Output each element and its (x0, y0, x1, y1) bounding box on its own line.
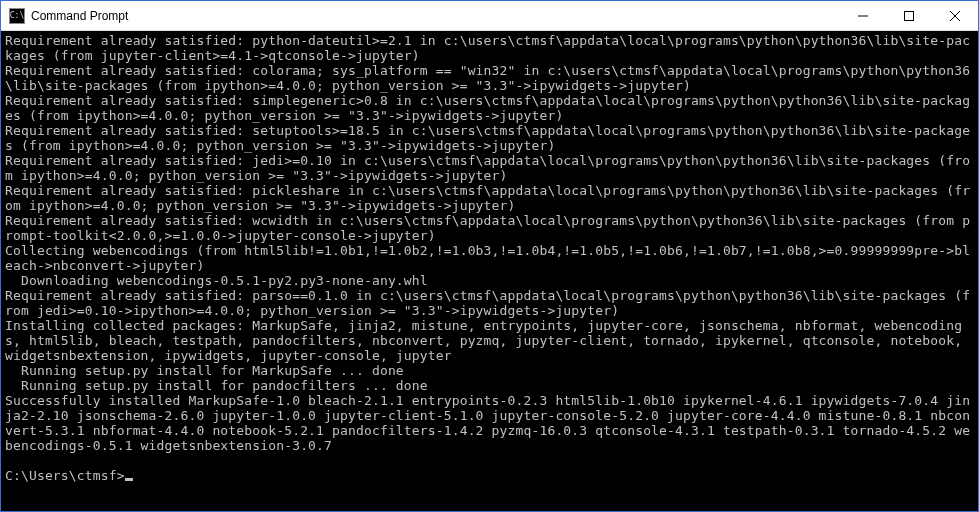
terminal-output: Requirement already satisfied: python-da… (5, 33, 970, 453)
minimize-button[interactable] (840, 1, 886, 30)
maximize-button[interactable] (886, 1, 932, 30)
terminal-viewport[interactable]: Requirement already satisfied: python-da… (1, 31, 978, 511)
window-titlebar[interactable]: C:\ Command Prompt (1, 1, 978, 31)
window-title: Command Prompt (31, 9, 840, 23)
terminal-prompt: C:\Users\ctmsf> (5, 468, 125, 483)
close-button[interactable] (932, 1, 978, 30)
cursor (125, 478, 133, 481)
svg-rect-1 (905, 11, 914, 20)
window-controls (840, 1, 978, 30)
cmd-icon: C:\ (9, 8, 25, 24)
